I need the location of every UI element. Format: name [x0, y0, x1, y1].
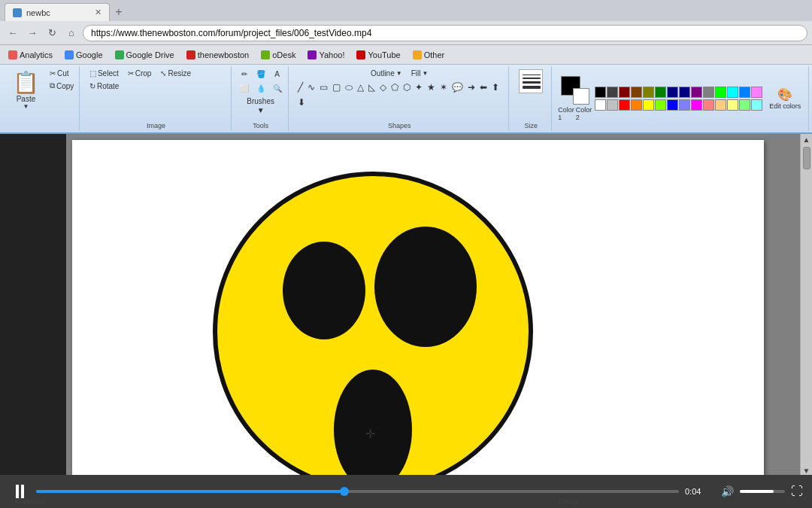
address-input[interactable] — [83, 25, 807, 41]
home-btn[interactable]: ⌂ — [63, 25, 80, 41]
shape-star6[interactable]: ✶ — [438, 81, 449, 94]
swatch-light-green[interactable] — [739, 99, 750, 111]
swatch-white[interactable] — [595, 99, 606, 111]
scrollbar-thumb[interactable] — [803, 147, 810, 169]
copy-button[interactable]: ⧉ Copy — [46, 80, 77, 92]
color-selector[interactable] — [561, 76, 589, 105]
swatch-peach[interactable] — [715, 99, 726, 111]
swatch-black[interactable] — [595, 87, 606, 98]
swatch-yellow[interactable] — [643, 99, 654, 111]
shapes-group: Outline ▼ Fill ▼ ╱ ∿ ▭ ▢ ⬭ △ ◺ ◇ — [290, 66, 509, 131]
swatch-cyan[interactable] — [727, 87, 738, 98]
shape-roundrect[interactable]: ▢ — [331, 81, 342, 94]
swatch-magenta[interactable] — [691, 99, 702, 111]
edit-colors-button[interactable]: 🎨 Edit colors — [765, 85, 804, 112]
shape-rect[interactable]: ▭ — [318, 81, 329, 94]
swatch-darkgreen[interactable] — [655, 87, 666, 98]
shape-arrow-down[interactable]: ⬇ — [296, 96, 307, 109]
swatch-darkgray[interactable] — [607, 87, 618, 98]
fill-dropdown[interactable]: Fill ▼ — [408, 68, 432, 79]
shape-star4[interactable]: ✦ — [414, 81, 424, 94]
swatch-light-cyan[interactable] — [751, 99, 762, 111]
tab-close-btn[interactable]: ✕ — [95, 8, 102, 17]
swatch-darkblue[interactable] — [667, 87, 678, 98]
outline-dropdown[interactable]: Outline ▼ — [368, 68, 405, 79]
eraser-tool[interactable]: ⬜ — [237, 82, 252, 95]
paint-canvas[interactable]: ✛ — [72, 140, 764, 475]
swatch-periwinkle[interactable] — [679, 99, 690, 111]
volume-bar[interactable] — [740, 490, 785, 493]
bookmark-other[interactable]: Other — [408, 49, 450, 61]
swatch-navy[interactable] — [679, 87, 690, 98]
swatch-brown[interactable] — [631, 87, 642, 98]
fullscreen-btn[interactable]: ⛶ — [791, 485, 803, 498]
shape-ellipse[interactable]: ⬭ — [344, 81, 354, 94]
shape-righttri[interactable]: ◺ — [367, 81, 377, 94]
shape-pentagon[interactable]: ⬠ — [389, 81, 400, 94]
pencil-tool[interactable]: ✏ — [237, 68, 252, 81]
swatch-darkred[interactable] — [619, 87, 630, 98]
edit-colors-area: 🎨 Edit colors — [765, 85, 804, 112]
swatch-pink[interactable] — [751, 87, 762, 98]
swatch-purple[interactable] — [691, 87, 702, 98]
select-button[interactable]: ⬚ Select — [86, 68, 123, 79]
shape-hexagon[interactable]: ⬡ — [401, 81, 412, 94]
shape-star5[interactable]: ★ — [426, 81, 437, 94]
shape-callout[interactable]: 💬 — [450, 81, 465, 94]
rotate-button[interactable]: ↻ Rotate — [86, 81, 123, 92]
swatch-blue[interactable] — [739, 87, 750, 98]
address-bar-row: ← → ↻ ⌂ — [0, 21, 812, 45]
swatch-yellow-green[interactable] — [655, 99, 666, 111]
cut-button[interactable]: ✂ Cut — [46, 68, 77, 79]
swatch-pure-blue[interactable] — [667, 99, 678, 111]
bookmark-other-icon — [413, 50, 422, 59]
shape-line[interactable]: ╱ — [296, 81, 304, 94]
swatch-gray[interactable] — [703, 87, 714, 98]
fill-label: Fill — [411, 69, 421, 78]
swatch-red[interactable] — [619, 99, 630, 111]
forward-btn[interactable]: → — [24, 25, 41, 41]
swatch-lime[interactable] — [715, 87, 726, 98]
fill-tool[interactable]: 🪣 — [253, 68, 268, 81]
bookmark-youtube[interactable]: YouTube — [351, 49, 405, 61]
paste-button[interactable]: 📋 Paste ▼ — [8, 68, 44, 112]
refresh-btn[interactable]: ↻ — [44, 25, 60, 41]
shape-curve[interactable]: ∿ — [306, 81, 317, 94]
new-tab-btn[interactable]: + — [110, 3, 128, 21]
bookmark-analytics-label: Analytics — [20, 50, 53, 59]
bookmark-yahoo[interactable]: Yahoo! — [302, 49, 350, 61]
swatch-salmon[interactable] — [703, 99, 714, 111]
back-btn[interactable]: ← — [5, 25, 21, 41]
browser-tab[interactable]: newbc ✕ — [5, 3, 110, 21]
magnify-tool[interactable]: 🔍 — [270, 82, 285, 95]
swatch-orange[interactable] — [631, 99, 642, 111]
shape-arrow-right[interactable]: ➜ — [466, 81, 477, 94]
volume-icon[interactable]: 🔊 — [721, 485, 734, 497]
resize-button[interactable]: ⤡ Resize — [156, 68, 195, 79]
swatch-light-yellow[interactable] — [727, 99, 738, 111]
swatch-silver[interactable] — [607, 99, 618, 111]
text-tool[interactable]: A — [270, 68, 285, 81]
crop-button[interactable]: ✂ Crop — [124, 68, 156, 79]
progress-thumb[interactable] — [340, 487, 349, 496]
bookmark-thenewboston[interactable]: thenewboston — [181, 49, 255, 61]
vertical-scrollbar[interactable]: ▲ ▼ — [800, 134, 812, 475]
color-palette-area — [595, 87, 762, 111]
bookmark-analytics[interactable]: Analytics — [3, 49, 58, 61]
colors-group: Color 1 Color 2 — [553, 66, 809, 131]
shape-triangle[interactable]: △ — [356, 81, 365, 94]
bookmark-odesk[interactable]: oDesk — [256, 49, 301, 61]
progress-bar[interactable] — [36, 490, 679, 493]
size-selector[interactable] — [514, 68, 547, 95]
brushes-button[interactable]: Brushes ▼ — [243, 95, 278, 117]
shapes-palette: ╱ ∿ ▭ ▢ ⬭ △ ◺ ◇ ⬠ ⬡ ✦ ★ ✶ 💬 ➜ ⬅ ⬆ — [295, 79, 504, 111]
paint-ribbon: 📋 Paste ▼ ✂ Cut ⧉ Copy Clipboard ⬚ Selec… — [0, 65, 812, 134]
bookmark-google[interactable]: Google — [59, 49, 108, 61]
swatch-olive[interactable] — [643, 87, 654, 98]
shape-arrow-left[interactable]: ⬅ — [478, 81, 489, 94]
shape-diamond[interactable]: ◇ — [378, 81, 388, 94]
shape-arrow-up[interactable]: ⬆ — [490, 81, 501, 94]
tab-favicon — [13, 8, 22, 17]
bookmark-googledrive[interactable]: Google Drive — [110, 49, 180, 61]
picker-tool[interactable]: 💧 — [253, 82, 268, 95]
